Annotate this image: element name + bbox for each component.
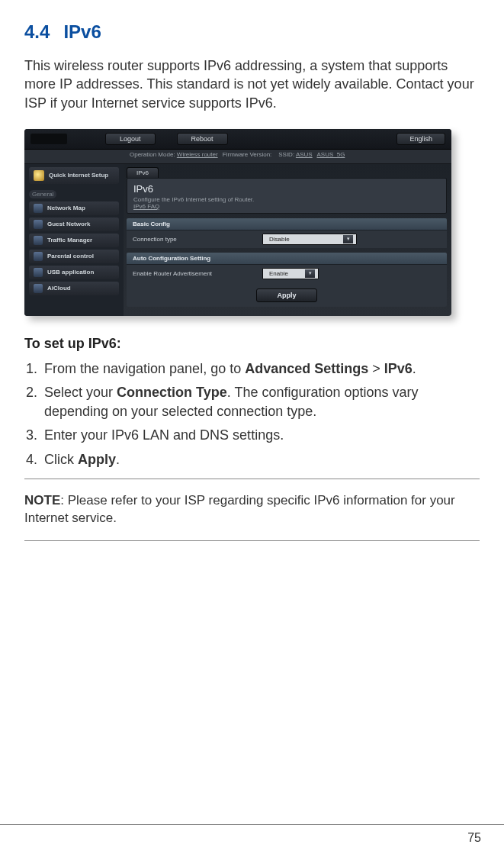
traffic-manager-icon xyxy=(34,236,43,245)
ipv6-panel: IPv6 Configure the IPv6 Internet setting… xyxy=(127,178,447,214)
sidebar-item-aicloud[interactable]: AiCloud xyxy=(29,282,119,295)
note-label: NOTE xyxy=(24,493,60,508)
quick-setup-label: Quick Internet Setup xyxy=(49,172,108,179)
note-separator-bottom xyxy=(24,540,480,541)
apply-row: Apply xyxy=(127,282,447,307)
step-3: Enter your IPv6 LAN and DNS settings. xyxy=(41,426,480,445)
sidebar-item-label: Parental control xyxy=(47,253,94,259)
connection-type-select[interactable]: Disable ▾ xyxy=(262,234,357,245)
router-advertisement-value: Enable xyxy=(269,270,288,277)
sidebar-item-network-map[interactable]: Network Map xyxy=(29,201,119,215)
router-status-bar: Operation Mode: Wireless router Firmware… xyxy=(24,150,451,164)
panel-title: IPv6 xyxy=(133,183,440,195)
chevron-down-icon: ▾ xyxy=(343,235,353,243)
language-dropdown[interactable]: English xyxy=(396,133,445,145)
network-map-icon xyxy=(34,204,43,213)
quick-setup-icon xyxy=(34,170,44,181)
router-advertisement-select[interactable]: Enable ▾ xyxy=(262,268,319,279)
panel-description: Configure the IPv6 Internet setting of R… xyxy=(133,196,440,210)
ssid-1: ASUS xyxy=(296,151,313,158)
asus-logo xyxy=(30,134,67,144)
row-router-advertisement: Enable Router Advertisement Enable ▾ xyxy=(127,264,447,282)
sidebar-item-guest-network[interactable]: Guest Network xyxy=(29,218,119,231)
tab-ipv6[interactable]: IPv6 xyxy=(127,167,159,178)
note-separator-top xyxy=(24,479,480,479)
parental-control-icon xyxy=(34,252,43,261)
quick-setup-button[interactable]: Quick Internet Setup xyxy=(29,167,119,184)
sidebar-item-usb-application[interactable]: USB application xyxy=(29,266,119,279)
section-heading: 4.4IPv6 xyxy=(24,21,480,43)
ssid-2: ASUS_5G xyxy=(316,151,345,158)
opmode-label: Operation Mode: xyxy=(130,151,175,158)
router-sidebar: Quick Internet Setup General Network Map… xyxy=(24,164,124,316)
step-1: From the navigation panel, go to Advance… xyxy=(41,359,480,379)
group-auto-config: Auto Configuration Setting xyxy=(127,253,447,264)
reboot-button[interactable]: Reboot xyxy=(177,133,228,145)
sidebar-item-traffic-manager[interactable]: Traffic Manager xyxy=(29,234,119,247)
section-number: 4.4 xyxy=(24,21,50,42)
router-ui-screenshot: Logout Reboot English Operation Mode: Wi… xyxy=(24,129,451,316)
fw-label: Firmware Version: xyxy=(223,151,271,158)
sidebar-item-label: USB application xyxy=(47,269,94,276)
note-text: : Please refer to your ISP regarding spe… xyxy=(24,493,455,525)
connection-type-value: Disable xyxy=(269,236,290,243)
group-basic-config: Basic Config xyxy=(127,218,447,230)
row-connection-type: Connection type Disable ▾ xyxy=(127,230,447,248)
ipv6-faq-link[interactable]: IPv6 FAQ xyxy=(133,203,159,210)
footer-rule xyxy=(0,824,504,825)
router-advertisement-label: Enable Router Advertisement xyxy=(133,270,262,277)
ssid-label: SSID: xyxy=(278,151,294,158)
step-2: Select your Connection Type. The configu… xyxy=(41,383,480,421)
sidebar-item-label: AiCloud xyxy=(47,285,71,292)
steps-list: From the navigation panel, go to Advance… xyxy=(24,359,480,469)
steps-heading: To set up IPv6: xyxy=(24,336,480,352)
router-main: IPv6 IPv6 Configure the IPv6 Internet se… xyxy=(124,164,451,316)
intro-paragraph: This wireless router supports IPv6 addre… xyxy=(24,56,480,112)
connection-type-label: Connection type xyxy=(133,236,262,243)
logout-button[interactable]: Logout xyxy=(105,133,156,145)
chevron-down-icon: ▾ xyxy=(305,269,315,278)
sidebar-group-general: General xyxy=(29,190,56,198)
router-header: Logout Reboot English xyxy=(24,129,451,150)
sidebar-item-parental-control[interactable]: Parental control xyxy=(29,250,119,263)
aicloud-icon xyxy=(34,284,43,293)
guest-network-icon xyxy=(34,220,43,229)
sidebar-item-label: Traffic Manager xyxy=(47,237,92,243)
apply-button[interactable]: Apply xyxy=(256,288,316,302)
opmode-value[interactable]: Wireless router xyxy=(177,151,218,158)
sidebar-item-label: Guest Network xyxy=(47,221,90,227)
sidebar-item-label: Network Map xyxy=(47,205,85,211)
page-number: 75 xyxy=(467,831,481,845)
note-paragraph: NOTE: Please refer to your ISP regarding… xyxy=(24,492,480,527)
usb-icon xyxy=(34,268,43,277)
step-4: Click Apply. xyxy=(41,450,480,469)
section-title-text: IPv6 xyxy=(63,21,101,42)
